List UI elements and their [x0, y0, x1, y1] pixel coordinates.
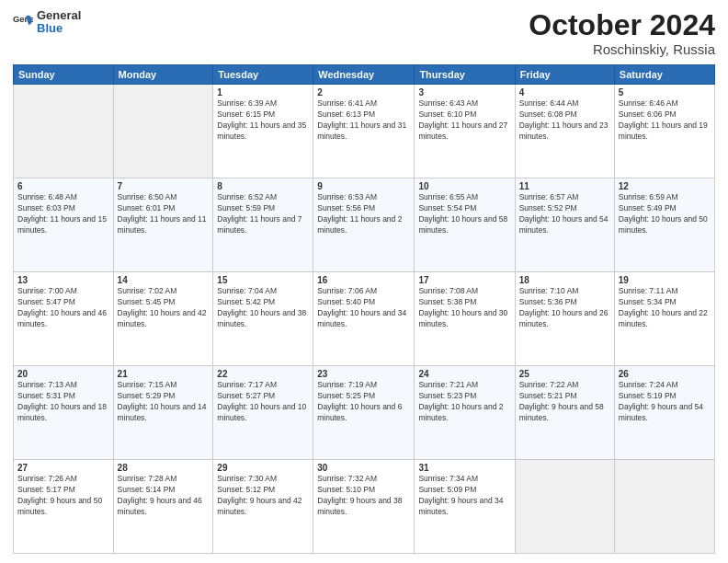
calendar-subtitle: Roschinskiy, Russia — [529, 41, 715, 57]
cell-info: Sunrise: 7:13 AMSunset: 5:31 PMDaylight:… — [17, 380, 109, 424]
cell-0-5: 4 Sunrise: 6:44 AMSunset: 6:08 PMDayligh… — [515, 85, 614, 178]
header: General General Blue October 2024 Roschi… — [13, 9, 715, 57]
cell-0-1 — [113, 85, 213, 178]
calendar-table: Sunday Monday Tuesday Wednesday Thursday… — [13, 64, 715, 554]
cell-4-1: 28 Sunrise: 7:28 AMSunset: 5:14 PMDaylig… — [113, 460, 213, 554]
cell-info: Sunrise: 6:53 AMSunset: 5:56 PMDaylight:… — [317, 192, 410, 236]
cell-0-2: 1 Sunrise: 6:39 AMSunset: 6:15 PMDayligh… — [213, 85, 313, 178]
cell-date: 15 — [217, 275, 309, 285]
cell-4-2: 29 Sunrise: 7:30 AMSunset: 5:12 PMDaylig… — [213, 460, 313, 554]
cell-date: 18 — [519, 275, 610, 285]
cell-2-1: 14 Sunrise: 7:02 AMSunset: 5:45 PMDaylig… — [113, 272, 213, 366]
cell-0-0 — [14, 85, 114, 178]
cell-info: Sunrise: 7:17 AMSunset: 5:27 PMDaylight:… — [217, 380, 309, 424]
cell-info: Sunrise: 6:44 AMSunset: 6:08 PMDaylight:… — [519, 98, 610, 143]
cell-date: 27 — [17, 463, 109, 473]
cell-info: Sunrise: 6:48 AMSunset: 6:03 PMDaylight:… — [17, 192, 109, 236]
title-block: October 2024 Roschinskiy, Russia — [529, 9, 715, 57]
logo-general: General — [37, 9, 81, 22]
cell-4-4: 31 Sunrise: 7:34 AMSunset: 5:09 PMDaylig… — [415, 460, 515, 554]
calendar-page: General General Blue October 2024 Roschi… — [0, 0, 728, 563]
cell-date: 25 — [519, 369, 610, 379]
cell-info: Sunrise: 7:15 AMSunset: 5:29 PMDaylight:… — [118, 380, 210, 424]
cell-date: 20 — [17, 369, 109, 379]
cell-1-0: 6 Sunrise: 6:48 AMSunset: 6:03 PMDayligh… — [14, 178, 114, 272]
cell-info: Sunrise: 7:22 AMSunset: 5:21 PMDaylight:… — [519, 380, 610, 424]
cell-2-3: 16 Sunrise: 7:06 AMSunset: 5:40 PMDaylig… — [313, 272, 415, 366]
week-row-4: 27 Sunrise: 7:26 AMSunset: 5:17 PMDaylig… — [14, 460, 715, 554]
cell-info: Sunrise: 7:06 AMSunset: 5:40 PMDaylight:… — [317, 286, 410, 330]
cell-3-1: 21 Sunrise: 7:15 AMSunset: 5:29 PMDaylig… — [113, 366, 213, 460]
cell-info: Sunrise: 7:02 AMSunset: 5:45 PMDaylight:… — [118, 286, 210, 330]
cell-info: Sunrise: 7:11 AMSunset: 5:34 PMDaylight:… — [619, 286, 711, 330]
cell-2-6: 19 Sunrise: 7:11 AMSunset: 5:34 PMDaylig… — [614, 272, 714, 366]
cell-date: 7 — [118, 181, 210, 191]
cell-date: 30 — [317, 463, 410, 473]
cell-info: Sunrise: 7:10 AMSunset: 5:36 PMDaylight:… — [519, 286, 610, 330]
cell-info: Sunrise: 6:59 AMSunset: 5:49 PMDaylight:… — [619, 192, 711, 236]
cell-1-6: 12 Sunrise: 6:59 AMSunset: 5:49 PMDaylig… — [614, 178, 714, 272]
cell-date: 3 — [418, 87, 510, 98]
cell-date: 12 — [619, 181, 711, 191]
cell-info: Sunrise: 6:57 AMSunset: 5:52 PMDaylight:… — [519, 192, 610, 236]
cell-1-3: 9 Sunrise: 6:53 AMSunset: 5:56 PMDayligh… — [313, 178, 415, 272]
cell-date: 24 — [418, 369, 510, 379]
cell-date: 13 — [17, 275, 109, 285]
cell-info: Sunrise: 7:08 AMSunset: 5:38 PMDaylight:… — [418, 286, 510, 330]
cell-date: 10 — [418, 181, 510, 191]
cell-info: Sunrise: 6:50 AMSunset: 6:01 PMDaylight:… — [118, 192, 210, 236]
header-friday: Friday — [515, 65, 614, 85]
cell-0-6: 5 Sunrise: 6:46 AMSunset: 6:06 PMDayligh… — [614, 85, 714, 178]
cell-date: 16 — [317, 275, 410, 285]
cell-1-1: 7 Sunrise: 6:50 AMSunset: 6:01 PMDayligh… — [113, 178, 213, 272]
cell-info: Sunrise: 6:46 AMSunset: 6:06 PMDaylight:… — [619, 98, 711, 143]
logo-blue: Blue — [37, 22, 81, 35]
cell-date: 6 — [17, 181, 109, 191]
cell-4-0: 27 Sunrise: 7:26 AMSunset: 5:17 PMDaylig… — [14, 460, 114, 554]
cell-info: Sunrise: 7:30 AMSunset: 5:12 PMDaylight:… — [217, 474, 309, 518]
cell-2-4: 17 Sunrise: 7:08 AMSunset: 5:38 PMDaylig… — [415, 272, 515, 366]
cell-date: 17 — [418, 275, 510, 285]
cell-1-4: 10 Sunrise: 6:55 AMSunset: 5:54 PMDaylig… — [415, 178, 515, 272]
cell-date: 19 — [619, 275, 711, 285]
header-wednesday: Wednesday — [313, 65, 415, 85]
header-tuesday: Tuesday — [213, 65, 313, 85]
cell-info: Sunrise: 7:21 AMSunset: 5:23 PMDaylight:… — [418, 380, 510, 424]
week-row-0: 1 Sunrise: 6:39 AMSunset: 6:15 PMDayligh… — [14, 85, 715, 178]
cell-3-2: 22 Sunrise: 7:17 AMSunset: 5:27 PMDaylig… — [213, 366, 313, 460]
cell-date: 2 — [317, 87, 410, 98]
cell-1-5: 11 Sunrise: 6:57 AMSunset: 5:52 PMDaylig… — [515, 178, 614, 272]
cell-date: 22 — [217, 369, 309, 379]
cell-info: Sunrise: 7:34 AMSunset: 5:09 PMDaylight:… — [418, 474, 510, 518]
cell-2-5: 18 Sunrise: 7:10 AMSunset: 5:36 PMDaylig… — [515, 272, 614, 366]
cell-1-2: 8 Sunrise: 6:52 AMSunset: 5:59 PMDayligh… — [213, 178, 313, 272]
cell-date: 4 — [519, 87, 610, 98]
cell-info: Sunrise: 7:00 AMSunset: 5:47 PMDaylight:… — [17, 286, 109, 330]
cell-2-2: 15 Sunrise: 7:04 AMSunset: 5:42 PMDaylig… — [213, 272, 313, 366]
cell-info: Sunrise: 6:55 AMSunset: 5:54 PMDaylight:… — [418, 192, 510, 236]
cell-info: Sunrise: 6:52 AMSunset: 5:59 PMDaylight:… — [217, 192, 309, 236]
header-saturday: Saturday — [614, 65, 714, 85]
cell-date: 29 — [217, 463, 309, 473]
cell-info: Sunrise: 7:26 AMSunset: 5:17 PMDaylight:… — [17, 474, 109, 518]
week-row-2: 13 Sunrise: 7:00 AMSunset: 5:47 PMDaylig… — [14, 272, 715, 366]
cell-date: 14 — [118, 275, 210, 285]
cell-4-6 — [614, 460, 714, 554]
logo: General General Blue — [13, 9, 81, 36]
cell-3-6: 26 Sunrise: 7:24 AMSunset: 5:19 PMDaylig… — [614, 366, 714, 460]
header-sunday: Sunday — [14, 65, 114, 85]
cell-date: 9 — [317, 181, 410, 191]
cell-3-3: 23 Sunrise: 7:19 AMSunset: 5:25 PMDaylig… — [313, 366, 415, 460]
cell-date: 31 — [418, 463, 510, 473]
cell-date: 21 — [118, 369, 210, 379]
cell-3-5: 25 Sunrise: 7:22 AMSunset: 5:21 PMDaylig… — [515, 366, 614, 460]
cell-date: 23 — [317, 369, 410, 379]
cell-date: 26 — [619, 369, 711, 379]
cell-3-4: 24 Sunrise: 7:21 AMSunset: 5:23 PMDaylig… — [415, 366, 515, 460]
cell-4-5 — [515, 460, 614, 554]
cell-info: Sunrise: 6:41 AMSunset: 6:13 PMDaylight:… — [317, 98, 410, 143]
header-monday: Monday — [113, 65, 213, 85]
cell-info: Sunrise: 6:43 AMSunset: 6:10 PMDaylight:… — [418, 98, 510, 143]
cell-2-0: 13 Sunrise: 7:00 AMSunset: 5:47 PMDaylig… — [14, 272, 114, 366]
cell-date: 28 — [118, 463, 210, 473]
